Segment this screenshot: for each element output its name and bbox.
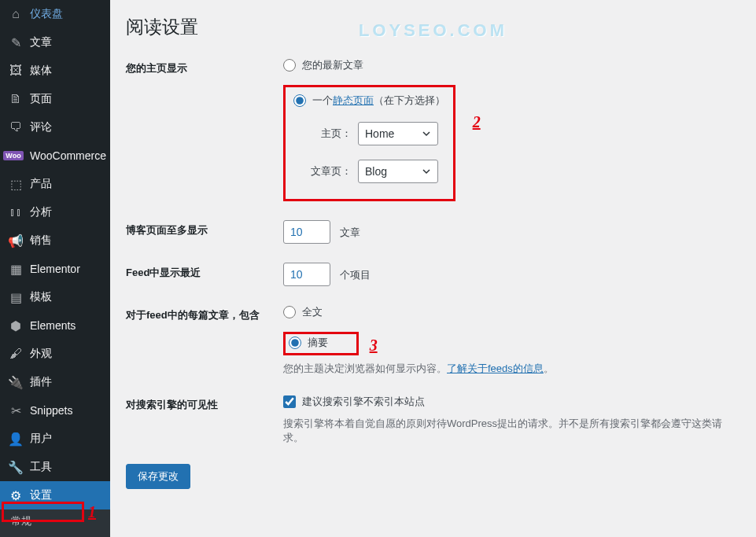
sidebar-item-label: 产品 — [30, 177, 52, 191]
feed-items-unit: 个项目 — [340, 269, 371, 281]
radio-summary[interactable]: 摘要 — [289, 336, 328, 350]
admin-sidebar: ⌂仪表盘 ✎文章 🖾媒体 🗎页面 🗨评论 WooWooCommerce ⬚产品 … — [0, 0, 110, 537]
sidebar-item-label: 页面 — [30, 92, 52, 106]
feed-content-description: 您的主题决定浏览器如何显示内容。了解关于feeds的信息。 — [283, 362, 740, 376]
appearance-icon: 🖌 — [8, 346, 24, 362]
sidebar-item-posts[interactable]: ✎文章 — [0, 28, 110, 57]
feed-items-input[interactable] — [283, 263, 330, 286]
radio-static-page[interactable]: 一个静态页面（在下方选择） — [293, 94, 445, 108]
sidebar-item-pages[interactable]: 🗎页面 — [0, 85, 110, 113]
sidebar-item-products[interactable]: ⬚产品 — [0, 170, 110, 198]
static-page-prefix: 一个 — [312, 94, 333, 106]
search-engine-checkbox-text: 建议搜索引擎不索引本站点 — [302, 395, 425, 409]
sidebar-item-label: 销售 — [30, 234, 52, 248]
annotation-box-2: 一个静态页面（在下方选择） 主页： Home 文章页： Blog — [283, 85, 455, 201]
elementor-icon: ▦ — [8, 261, 24, 277]
radio-static-page-input[interactable] — [293, 94, 306, 107]
annotation-number-2: 2 — [473, 113, 481, 131]
tools-icon: 🔧 — [8, 459, 24, 475]
homepage-label: 您的主页显示 — [126, 58, 283, 75]
snippets-icon: ✂ — [8, 403, 24, 418]
annotation-number-1: 1 — [88, 503, 96, 521]
sidebar-item-elements[interactable]: ⬢Elements — [0, 311, 110, 340]
product-icon: ⬚ — [8, 176, 24, 192]
radio-summary-input[interactable] — [289, 337, 301, 349]
blog-pages-unit: 文章 — [340, 226, 360, 238]
blog-pages-input[interactable] — [283, 220, 330, 244]
media-icon: 🖾 — [8, 63, 24, 79]
comment-icon: 🗨 — [8, 120, 24, 135]
templates-icon: ▤ — [8, 289, 24, 305]
home-page-label: 主页： — [308, 127, 352, 141]
sidebar-item-label: 分析 — [30, 205, 52, 219]
radio-summary-label: 摘要 — [308, 336, 328, 350]
sidebar-item-label: 媒体 — [30, 64, 52, 78]
static-page-suffix: （在下方选择） — [374, 94, 445, 106]
feed-items-label: Feed中显示最近 — [126, 263, 283, 280]
posts-page-select[interactable]: Blog — [358, 160, 438, 183]
sidebar-item-woocommerce[interactable]: WooWooCommerce — [0, 142, 110, 170]
static-page-link[interactable]: 静态页面 — [333, 94, 374, 106]
sidebar-item-label: Snippets — [30, 404, 72, 417]
dashboard-icon: ⌂ — [8, 6, 24, 22]
sidebar-item-label: 仪表盘 — [30, 7, 63, 21]
annotation-box-3: 摘要 — [283, 332, 359, 355]
radio-latest-posts[interactable]: 您的最新文章 — [283, 58, 363, 72]
sidebar-item-appearance[interactable]: 🖌外观 — [0, 340, 110, 368]
sidebar-item-label: 用户 — [30, 432, 52, 446]
submenu-writing[interactable]: 撰写 — [0, 533, 110, 537]
sidebar-item-users[interactable]: 👤用户 — [0, 425, 110, 453]
plugins-icon: 🔌 — [8, 374, 24, 390]
sidebar-item-snippets[interactable]: ✂Snippets — [0, 396, 110, 425]
search-engine-checkbox[interactable] — [283, 395, 296, 408]
feeds-info-link[interactable]: 了解关于feeds的信息 — [447, 362, 544, 374]
sidebar-item-label: 工具 — [30, 460, 52, 474]
sidebar-item-label: 插件 — [30, 375, 52, 389]
radio-full-text-label: 全文 — [302, 305, 323, 319]
sidebar-item-label: Elements — [30, 319, 76, 332]
sidebar-item-analytics[interactable]: ⫾⫾分析 — [0, 198, 110, 226]
woo-icon: Woo — [8, 148, 24, 164]
radio-latest-posts-label: 您的最新文章 — [302, 58, 363, 72]
elements-icon: ⬢ — [8, 318, 24, 333]
annotation-number-3: 3 — [370, 337, 378, 354]
sidebar-item-label: WooCommerce — [30, 149, 106, 162]
radio-full-text[interactable]: 全文 — [283, 305, 323, 319]
radio-latest-posts-input[interactable] — [283, 59, 296, 72]
sidebar-item-comments[interactable]: 🗨评论 — [0, 113, 110, 142]
sidebar-item-dashboard[interactable]: ⌂仪表盘 — [0, 0, 110, 28]
analytics-icon: ⫾⫾ — [8, 204, 24, 220]
sidebar-item-marketing[interactable]: 📢销售 — [0, 226, 110, 255]
home-page-select[interactable]: Home — [358, 122, 438, 145]
sidebar-item-label: Elementor — [30, 263, 80, 275]
marketing-icon: 📢 — [8, 233, 24, 248]
search-engine-label: 对搜索引擎的可见性 — [126, 395, 283, 412]
blog-pages-label: 博客页面至多显示 — [126, 220, 283, 237]
sidebar-item-templates[interactable]: ▤模板 — [0, 283, 110, 311]
page-icon: 🗎 — [8, 91, 24, 107]
sidebar-item-label: 文章 — [30, 35, 52, 50]
sidebar-item-elementor[interactable]: ▦Elementor — [0, 255, 110, 283]
search-engine-checkbox-label[interactable]: 建议搜索引擎不索引本站点 — [283, 395, 425, 409]
radio-full-text-input[interactable] — [283, 306, 296, 318]
content-area: LOYSEO.COM 阅读设置 您的主页显示 您的最新文章 一个静态页面（在下方… — [110, 0, 756, 537]
sidebar-item-label: 设置 — [30, 488, 52, 502]
posts-page-label: 文章页： — [308, 164, 352, 178]
users-icon: 👤 — [8, 431, 24, 447]
watermark: LOYSEO.COM — [359, 20, 507, 41]
save-button[interactable]: 保存更改 — [126, 464, 190, 489]
pin-icon: ✎ — [8, 35, 24, 50]
sidebar-item-label: 外观 — [30, 347, 52, 361]
search-engine-description: 搜索引擎将本着自觉自愿的原则对待WordPress提出的请求。并不是所有搜索引擎… — [283, 417, 740, 445]
sidebar-item-label: 评论 — [30, 120, 52, 134]
feed-content-label: 对于feed中的每篇文章，包含 — [126, 305, 283, 322]
settings-icon: ⚙ — [8, 487, 24, 503]
sidebar-item-media[interactable]: 🖾媒体 — [0, 57, 110, 85]
sidebar-item-plugins[interactable]: 🔌插件 — [0, 368, 110, 396]
sidebar-item-tools[interactable]: 🔧工具 — [0, 453, 110, 481]
sidebar-item-label: 模板 — [30, 290, 52, 304]
